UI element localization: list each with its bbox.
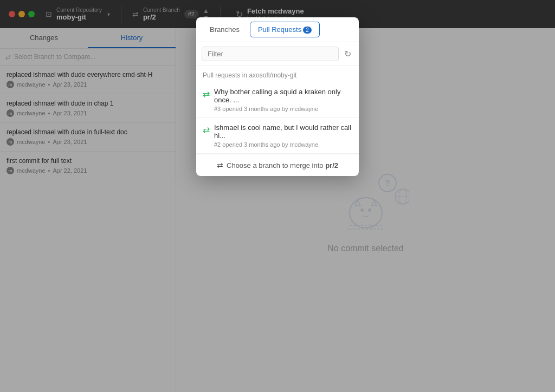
filter-input[interactable] <box>202 47 339 61</box>
pr-content: Why bother calling a squid a kraken only… <box>214 88 352 112</box>
modal-footer[interactable]: ⇄ Choose a branch to merge into pr/2 <box>196 154 359 176</box>
pr-list: ⇄ Why bother calling a squid a kraken on… <box>196 82 359 154</box>
refresh-button[interactable]: ↻ <box>342 48 353 60</box>
pr-meta: #3 opened 3 months ago by mcdwayne <box>214 106 352 112</box>
footer-text: Choose a branch to merge into pr/2 <box>227 161 338 169</box>
modal-overlay[interactable]: Branches Pull Requests2 ↻ Pull requests … <box>0 0 555 392</box>
merge-icon: ⇄ <box>203 125 210 135</box>
pr-item[interactable]: ⇄ Why bother calling a squid a kraken on… <box>196 82 359 118</box>
modal: Branches Pull Requests2 ↻ Pull requests … <box>196 17 359 176</box>
pr-content: Ishmael is cool name, but I would rather… <box>214 123 352 148</box>
tab-branches[interactable]: Branches <box>202 22 248 37</box>
modal-section-title: Pull requests in axosoft/moby-git <box>196 66 359 82</box>
pr-title: Ishmael is cool name, but I would rather… <box>214 123 352 140</box>
modal-filter-row: ↻ <box>196 42 359 66</box>
pr-title: Why bother calling a squid a kraken only… <box>214 88 352 104</box>
modal-tabs-row: Branches Pull Requests2 <box>196 17 359 42</box>
pull-requests-label: Pull Requests <box>258 25 301 34</box>
tab-pull-requests[interactable]: Pull Requests2 <box>250 22 320 37</box>
footer-branch: pr/2 <box>325 161 338 169</box>
pr-meta: #2 opened 3 months ago by mcdwayne <box>214 141 352 148</box>
pr-count-badge: 2 <box>303 27 312 34</box>
pr-item[interactable]: ⇄ Ishmael is cool name, but I would rath… <box>196 118 359 154</box>
merge-icon: ⇄ <box>203 89 210 99</box>
footer-merge-icon: ⇄ <box>217 161 223 169</box>
